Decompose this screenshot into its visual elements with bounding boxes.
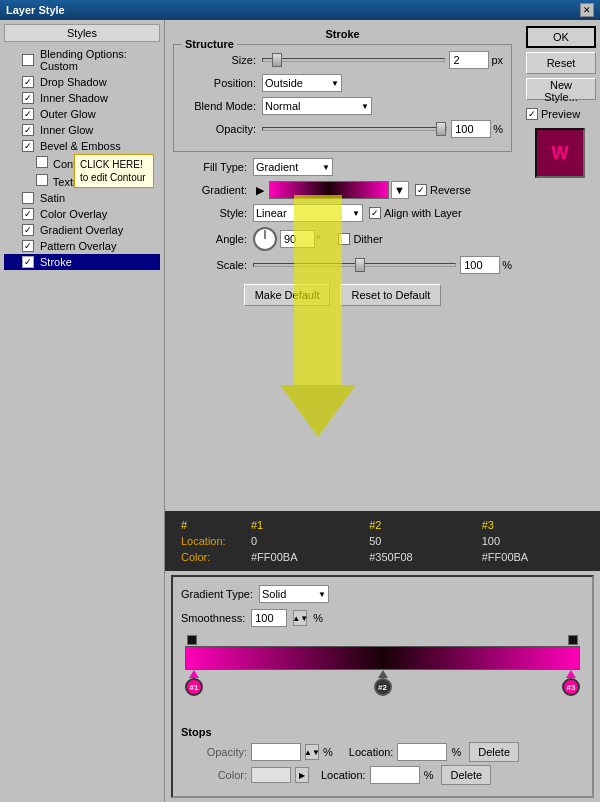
reset-button[interactable]: Reset <box>526 52 596 74</box>
sidebar-item-stroke[interactable]: Stroke <box>4 254 160 270</box>
color-location-input[interactable] <box>370 766 420 784</box>
sidebar-item-inner-glow[interactable]: Inner Glow <box>4 122 160 138</box>
reverse-checkbox[interactable] <box>415 184 427 196</box>
position-label: Position: <box>182 77 262 89</box>
color-overlay-checkbox[interactable] <box>22 208 34 220</box>
blend-mode-label: Blend Mode: <box>182 100 262 112</box>
opacity-stepper-icon[interactable]: ▲▼ <box>305 744 319 760</box>
sidebar-item-contour[interactable]: Contour CLICK HERE! to edit Contour <box>4 154 160 172</box>
color-delete-button[interactable]: Delete <box>441 765 491 785</box>
opacity-slider-thumb[interactable] <box>436 122 446 136</box>
gradient-label: Gradient: <box>173 184 253 196</box>
location-row: Location: 0 50 100 <box>173 533 592 549</box>
arrow-head-icon <box>280 385 356 437</box>
gradient-dropdown-btn[interactable]: ▼ <box>391 181 409 199</box>
top-stop-left[interactable] <box>187 635 197 645</box>
outer-glow-checkbox[interactable] <box>22 108 34 120</box>
color-3: #FF00BA <box>474 549 592 565</box>
opacity-stop-input[interactable] <box>251 743 301 761</box>
inner-glow-checkbox[interactable] <box>22 124 34 136</box>
outer-glow-label: Outer Glow <box>40 108 96 120</box>
fill-type-value: Gradient <box>256 161 298 173</box>
drop-shadow-checkbox[interactable] <box>22 76 34 88</box>
stop-1-marker-icon <box>189 670 199 678</box>
scale-input[interactable] <box>460 256 500 274</box>
stop-1-circle[interactable]: #1 <box>185 678 203 696</box>
blending-label: Blending Options: Custom <box>40 48 156 72</box>
fill-type-label: Fill Type: <box>173 161 253 173</box>
opacity-delete-button[interactable]: Delete <box>469 742 519 762</box>
stop-3-circle[interactable]: #3 <box>562 678 580 696</box>
stop-3-label: #3 <box>567 683 576 692</box>
opacity-location-input[interactable] <box>397 743 447 761</box>
sidebar-item-gradient-overlay[interactable]: Gradient Overlay <box>4 222 160 238</box>
gradient-overlay-checkbox[interactable] <box>22 224 34 236</box>
pattern-overlay-label: Pattern Overlay <box>40 240 116 252</box>
color-swatch[interactable] <box>251 767 291 783</box>
texture-checkbox[interactable] <box>36 174 48 186</box>
sidebar-item-outer-glow[interactable]: Outer Glow <box>4 106 160 122</box>
angle-dial[interactable] <box>253 227 277 251</box>
gradient-type-dropdown[interactable]: Solid ▼ <box>259 585 329 603</box>
scale-slider-thumb[interactable] <box>355 258 365 272</box>
gradient-type-arrow-icon: ▼ <box>318 590 326 599</box>
preview-checkbox[interactable] <box>526 108 538 120</box>
smoothness-input[interactable] <box>251 609 287 627</box>
position-value: Outside <box>265 77 303 89</box>
gradient-type-row: Gradient Type: Solid ▼ <box>181 585 584 603</box>
angle-label: Angle: <box>173 233 253 245</box>
preview-label: Preview <box>541 108 580 120</box>
sidebar-item-blending[interactable]: Blending Options: Custom <box>4 46 160 74</box>
right-buttons-panel: OK Reset New Style... Preview W <box>520 20 600 511</box>
satin-checkbox[interactable] <box>22 192 34 204</box>
new-style-button[interactable]: New Style... <box>526 78 596 100</box>
dither-label: Dither <box>353 233 382 245</box>
sidebar-item-satin[interactable]: Satin <box>4 190 160 206</box>
bevel-checkbox[interactable] <box>22 140 34 152</box>
opacity-slider-track[interactable] <box>262 127 447 131</box>
size-input[interactable] <box>449 51 489 69</box>
fill-type-dropdown[interactable]: Gradient ▼ <box>253 158 333 176</box>
sidebar-item-drop-shadow[interactable]: Drop Shadow <box>4 74 160 90</box>
blend-mode-dropdown[interactable]: Normal ▼ <box>262 97 372 115</box>
styles-header: Styles <box>4 24 160 42</box>
top-stop-right[interactable] <box>568 635 578 645</box>
opacity-stop-row: Opacity: ▲▼ % Location: % Delete <box>181 742 584 762</box>
reverse-check-row: Reverse <box>415 184 471 196</box>
loc-1: 0 <box>243 533 361 549</box>
close-button[interactable]: ✕ <box>580 3 594 17</box>
inner-shadow-checkbox[interactable] <box>22 92 34 104</box>
contour-checkbox[interactable] <box>36 156 48 168</box>
opacity-row: Opacity: % <box>182 120 503 138</box>
scale-label: Scale: <box>173 259 253 271</box>
size-row: Size: px <box>182 51 503 69</box>
stroke-checkbox[interactable] <box>22 256 34 268</box>
angle-dial-hand <box>265 230 266 239</box>
gradient-type-value: Solid <box>262 588 286 600</box>
col-2: #2 <box>361 517 474 533</box>
position-dropdown[interactable]: Outside ▼ <box>262 74 342 92</box>
sidebar-item-bevel[interactable]: Bevel & Emboss <box>4 138 160 154</box>
gradient-color-bar[interactable] <box>185 646 580 670</box>
table-header-row: # #1 #2 #3 <box>173 517 592 533</box>
sidebar-item-inner-shadow[interactable]: Inner Shadow <box>4 90 160 106</box>
ok-button[interactable]: OK <box>526 26 596 48</box>
size-slider-thumb[interactable] <box>272 53 282 67</box>
preview-thumb: W <box>535 128 585 178</box>
opacity-slider-container <box>262 127 451 131</box>
blend-mode-arrow-icon: ▼ <box>361 102 369 111</box>
blending-checkbox[interactable] <box>22 54 34 66</box>
color-stepper-icon[interactable]: ▶ <box>295 767 309 783</box>
pattern-overlay-checkbox[interactable] <box>22 240 34 252</box>
tooltip-text: CLICK HERE! to edit Contour <box>80 159 146 183</box>
fill-type-row: Fill Type: Gradient ▼ <box>173 158 512 176</box>
size-slider-track[interactable] <box>262 58 445 62</box>
align-checkbox[interactable] <box>369 207 381 219</box>
sidebar-item-color-overlay[interactable]: Color Overlay <box>4 206 160 222</box>
sidebar-item-pattern-overlay[interactable]: Pattern Overlay <box>4 238 160 254</box>
stop-2-circle[interactable]: #2 <box>374 678 392 696</box>
stops-section-label: Stops <box>181 726 584 738</box>
stop-2-container: #2 <box>374 670 392 696</box>
opacity-input[interactable] <box>451 120 491 138</box>
smoothness-stepper-icon[interactable]: ▲▼ <box>293 610 307 626</box>
